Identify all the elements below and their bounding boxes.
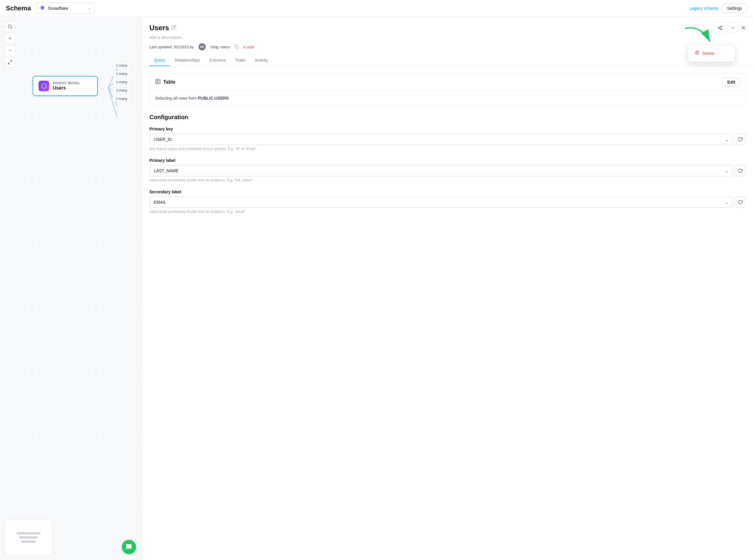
primary-label-row: LAST_NAME [149, 165, 746, 176]
svg-rect-23 [156, 79, 160, 84]
panel-title-row: Users [149, 22, 746, 33]
panel-title-actions: ✕ [715, 22, 746, 33]
copy-icon[interactable] [235, 44, 239, 49]
more-options-button[interactable] [728, 22, 738, 33]
description-text[interactable]: Add a description... [149, 35, 746, 40]
primary-label-refresh-button[interactable] [735, 165, 746, 176]
close-panel-button[interactable]: ✕ [741, 24, 746, 32]
tab-traits[interactable]: Traits [230, 55, 250, 66]
table-card: Table Edit Selecting all rows from PUBLI… [149, 73, 746, 105]
rel-badge-5: 1:many [113, 96, 131, 102]
search-tool-button[interactable] [5, 21, 15, 32]
rel-badge-2: 1:many [113, 71, 131, 77]
table-card-header: Table Edit [150, 74, 746, 91]
chat-button[interactable] [122, 540, 136, 554]
panel-content: Table Edit Selecting all rows from PUBLI… [142, 66, 753, 228]
secondary-label-select-wrapper: EMAIL [149, 197, 732, 208]
zoom-in-button[interactable]: + [5, 33, 15, 44]
expand-button[interactable] [5, 57, 15, 67]
primary-key-row: USER_ID [149, 134, 746, 145]
edit-title-icon[interactable] [171, 25, 176, 31]
svg-point-21 [734, 27, 735, 28]
tab-activity[interactable]: Activity [250, 55, 273, 66]
header-left: Schema Snowflake ⌄ [6, 3, 95, 14]
delete-icon [695, 51, 699, 56]
minimap-line-3 [21, 540, 36, 543]
rel-badge-4: 1:many [113, 87, 131, 93]
last-updated-text: Last updated: 02/15/23 by [149, 45, 194, 49]
configuration-section: Configuration Primary key USER_ID [149, 114, 746, 214]
node-info: PARENT MODEL Users [53, 81, 81, 91]
canvas-panel: + − [0, 17, 142, 560]
node-name: Users [53, 85, 81, 91]
svg-point-20 [733, 27, 734, 28]
share-button[interactable] [715, 22, 726, 33]
panel-title-left: Users [149, 24, 176, 32]
avatar: ME [199, 43, 206, 51]
rel-badge-1: 1:many [113, 63, 131, 68]
more-options-dropdown: Delete [688, 45, 735, 62]
datasource-selector[interactable]: Snowflake ⌄ [36, 3, 95, 14]
svg-point-14 [721, 26, 722, 27]
audit-link[interactable]: 6 audi [243, 45, 254, 49]
primary-label-select[interactable]: LAST_NAME [149, 165, 732, 176]
minimap-line-2 [20, 536, 37, 539]
primary-key-refresh-button[interactable] [735, 134, 746, 145]
slug-label: Slug: users [210, 45, 230, 49]
plus-icon: + [8, 36, 11, 41]
selector-inner: Snowflake [39, 5, 68, 12]
panel-tabs: Query Relationships Columns Traits Activ… [149, 55, 746, 66]
meta-row: Last updated: 02/15/23 by ME Slug: users… [149, 43, 746, 51]
primary-key-label: Primary key [149, 126, 746, 131]
svg-point-19 [731, 27, 732, 28]
primary-label-select-wrapper: LAST_NAME [149, 165, 732, 176]
delete-label: Delete [702, 51, 714, 56]
primary-label-hint: Used when previewing results from an aud… [149, 178, 746, 182]
delete-option[interactable]: Delete [690, 47, 733, 59]
relationship-badges: 1:many 1:many 1:many 1:many 1:many [113, 63, 131, 102]
tab-columns[interactable]: Columns [204, 55, 230, 66]
svg-line-6 [11, 27, 12, 28]
snowflake-icon [39, 5, 45, 12]
primary-key-select[interactable]: USER_ID [149, 134, 732, 145]
svg-line-7 [11, 60, 12, 62]
main-layout: + − [0, 0, 753, 560]
primary-label-section: Primary label LAST_NAME [149, 158, 746, 182]
panel-title: Users [149, 24, 169, 32]
legacy-schema-link[interactable]: Legacy schema [689, 6, 718, 11]
panel-header: Users [142, 17, 753, 66]
svg-point-15 [718, 27, 719, 28]
primary-key-select-wrapper: USER_ID [149, 134, 732, 145]
table-icon [155, 79, 161, 86]
svg-point-5 [8, 25, 12, 28]
primary-label-label: Primary label [149, 158, 746, 163]
minus-icon: − [8, 48, 11, 53]
primary-key-section: Primary key USER_ID [149, 126, 746, 151]
header-right: Legacy schema Settings [689, 3, 747, 13]
secondary-label-select[interactable]: EMAIL [149, 197, 732, 208]
table-edit-button[interactable]: Edit [723, 78, 740, 86]
parent-model-node[interactable]: PARENT MODEL Users [33, 76, 98, 96]
zoom-out-button[interactable]: − [5, 45, 15, 56]
svg-point-16 [721, 29, 722, 30]
tab-query[interactable]: Query [149, 55, 170, 66]
mini-map [5, 520, 52, 555]
minimap-line-1 [17, 532, 40, 535]
rel-badge-3: 1:many [113, 79, 131, 85]
table-card-title: Table [155, 79, 176, 86]
secondary-label-row: EMAIL [149, 197, 746, 208]
selector-text: Snowflake [48, 6, 68, 11]
secondary-label-section: Secondary label EMAIL [149, 189, 746, 214]
canvas-tools: + − [5, 21, 15, 67]
secondary-label-label: Secondary label [149, 189, 746, 194]
svg-line-8 [8, 63, 10, 64]
right-panel: Users [142, 17, 753, 560]
tab-relationships[interactable]: Relationships [170, 55, 204, 66]
settings-button[interactable]: Settings [722, 3, 747, 13]
svg-line-17 [719, 28, 721, 29]
secondary-label-hint: Used when previewing results from an aud… [149, 209, 746, 214]
svg-line-18 [719, 27, 721, 27]
chevron-down-icon: ⌄ [88, 6, 91, 11]
app-logo: Schema [6, 4, 31, 12]
secondary-label-refresh-button[interactable] [735, 197, 746, 208]
